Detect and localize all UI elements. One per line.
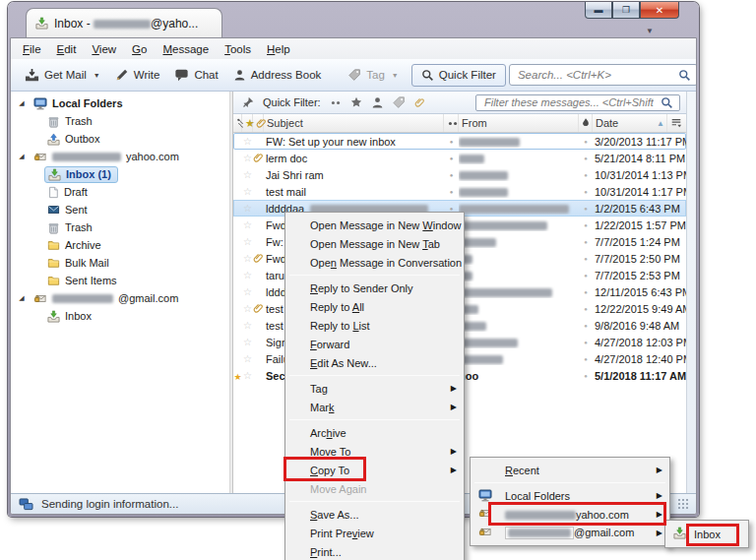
junk-indicator[interactable]: ● bbox=[579, 189, 593, 195]
column-picker-icon[interactable] bbox=[667, 114, 686, 132]
menu-item-forward[interactable]: Forward bbox=[286, 335, 463, 353]
column-junk[interactable] bbox=[579, 114, 593, 132]
close-button[interactable]: ✕ bbox=[640, 2, 679, 19]
chevron-down-icon[interactable]: ▼ bbox=[94, 72, 100, 79]
junk-indicator[interactable]: ● bbox=[579, 139, 593, 145]
minimize-button[interactable]: ▬ bbox=[585, 2, 612, 19]
message-row[interactable]: ☆FW: Set up your new inbox●●3/20/2013 11… bbox=[233, 133, 686, 150]
junk-indicator[interactable]: ● bbox=[579, 373, 593, 379]
maximize-button[interactable]: ❐ bbox=[612, 2, 640, 19]
junk-indicator[interactable]: ● bbox=[579, 256, 593, 262]
column-thread[interactable] bbox=[233, 114, 242, 132]
search-input[interactable] bbox=[516, 68, 673, 82]
star-icon[interactable]: ☆ bbox=[242, 203, 253, 214]
star-icon[interactable]: ☆ bbox=[242, 286, 253, 297]
junk-indicator[interactable]: ● bbox=[579, 273, 593, 279]
global-search-box[interactable] bbox=[509, 64, 697, 86]
star-icon[interactable]: ☆ bbox=[242, 270, 253, 280]
star-icon[interactable]: ☆ bbox=[242, 253, 253, 264]
menu-item-reply-to-list[interactable]: Reply to List bbox=[286, 316, 463, 335]
folder-item-draft[interactable]: Draft bbox=[11, 183, 229, 201]
folder-item-outbox[interactable]: Outbox bbox=[11, 130, 229, 148]
star-icon[interactable]: ☆ bbox=[242, 219, 253, 230]
junk-indicator[interactable]: ● bbox=[579, 323, 593, 329]
write-button[interactable]: Write bbox=[109, 64, 166, 86]
menu-item-mark[interactable]: Mark▶ bbox=[286, 398, 463, 416]
folder-item-yahoo-com[interactable]: ◢yahoo.com bbox=[11, 148, 229, 165]
column-from[interactable]: From bbox=[459, 114, 579, 132]
junk-indicator[interactable]: ● bbox=[579, 222, 593, 228]
unread-indicator[interactable]: ● bbox=[444, 156, 459, 161]
menu-item-open-message-in-new-window[interactable]: Open Message in New Window bbox=[286, 216, 463, 234]
vertical-scrollbar[interactable] bbox=[686, 92, 696, 493]
junk-indicator[interactable]: ● bbox=[579, 356, 593, 362]
message-row[interactable]: ☆Jai Shri ram●●10/31/2014 1:13 PM bbox=[233, 166, 686, 183]
junk-indicator[interactable]: ● bbox=[579, 340, 593, 345]
folder-item-archive[interactable]: Archive bbox=[11, 236, 229, 254]
star-icon[interactable]: ☆ bbox=[242, 353, 253, 364]
menubar-item-file[interactable]: File bbox=[15, 40, 49, 58]
sort-ascending-icon[interactable]: ▲ bbox=[654, 114, 667, 132]
menu-item-print-preview[interactable]: Print Preview bbox=[286, 524, 463, 542]
unread-indicator[interactable]: ● bbox=[444, 189, 459, 195]
unread-indicator[interactable]: ● bbox=[444, 172, 459, 178]
menu-item-save-as[interactable]: Save As... bbox=[286, 505, 463, 524]
column-attachment[interactable] bbox=[253, 114, 264, 132]
search-icon[interactable] bbox=[661, 96, 673, 109]
folder-item-sent-items[interactable]: Sent Items bbox=[11, 272, 229, 289]
star-icon[interactable]: ☆ bbox=[242, 320, 253, 331]
tag-icon[interactable] bbox=[393, 96, 406, 109]
resize-grip[interactable] bbox=[678, 499, 688, 509]
star-icon[interactable]: ☆ bbox=[242, 236, 253, 247]
unread-indicator[interactable]: ● bbox=[444, 139, 459, 145]
person-icon[interactable] bbox=[371, 96, 384, 109]
folder-item-inbox[interactable]: Inbox bbox=[11, 307, 229, 325]
folder-item-inbox-1[interactable]: Inbox (1) bbox=[11, 165, 229, 183]
message-row[interactable]: ☆test mail●●10/31/2014 1:17 PM bbox=[233, 183, 686, 200]
search-icon[interactable] bbox=[678, 69, 691, 82]
menubar-item-tools[interactable]: Tools bbox=[217, 40, 259, 58]
column-unread[interactable] bbox=[444, 114, 459, 132]
filter-messages-box[interactable] bbox=[475, 94, 680, 111]
menu-item-tag[interactable]: Tag▶ bbox=[286, 379, 463, 398]
unread-indicator[interactable]: ● bbox=[444, 206, 459, 212]
star-icon[interactable]: ☆ bbox=[242, 186, 253, 197]
folder-item-gmail-com[interactable]: ◢@gmail.com bbox=[11, 289, 229, 307]
star-icon[interactable]: ☆ bbox=[242, 136, 253, 147]
folder-item-local-folders[interactable]: ◢Local Folders bbox=[11, 94, 229, 112]
menubar-item-view[interactable]: View bbox=[84, 40, 124, 58]
menu-item-gmail-com[interactable]: @gmail.com▶ bbox=[472, 524, 668, 542]
column-subject[interactable]: Subject bbox=[264, 114, 444, 132]
unread-dots-icon[interactable] bbox=[330, 99, 342, 106]
get-mail-button[interactable]: Get Mail ▼ bbox=[19, 64, 106, 87]
pin-icon[interactable] bbox=[242, 96, 254, 108]
folder-item-trash[interactable]: Trash bbox=[11, 112, 229, 130]
junk-indicator[interactable]: ● bbox=[579, 156, 593, 161]
tag-button[interactable]: Tag ▼ bbox=[343, 65, 404, 86]
folder-item-sent[interactable]: Sent bbox=[11, 201, 229, 218]
folder-item-trash[interactable]: Trash bbox=[11, 218, 229, 236]
quick-filter-button[interactable]: Quick Filter bbox=[411, 64, 506, 87]
menu-item-reply-to-all[interactable]: Reply to All bbox=[286, 297, 463, 316]
titlebar-caret-icon[interactable]: ▼ bbox=[646, 27, 654, 35]
menu-item-archive[interactable]: Archive bbox=[286, 423, 463, 442]
junk-indicator[interactable]: ● bbox=[579, 239, 593, 245]
junk-indicator[interactable]: ● bbox=[579, 306, 593, 312]
menu-item-edit-as-new[interactable]: Edit As New... bbox=[286, 353, 463, 372]
menu-item-open-message-in-new-tab[interactable]: Open Message in New Tab bbox=[286, 234, 463, 253]
star-icon[interactable]: ☆ bbox=[242, 303, 253, 314]
junk-indicator[interactable]: ● bbox=[579, 289, 593, 295]
menubar-item-message[interactable]: Message bbox=[155, 40, 217, 58]
menu-item-open-message-in-conversation[interactable]: Open Message in Conversation bbox=[286, 253, 463, 272]
star-icon[interactable] bbox=[350, 96, 362, 108]
star-icon[interactable]: ☆ bbox=[242, 337, 253, 347]
address-book-button[interactable]: Address Book bbox=[227, 65, 328, 86]
twisty-expanded-icon[interactable]: ◢ bbox=[17, 153, 27, 160]
twisty-expanded-icon[interactable]: ◢ bbox=[17, 99, 27, 107]
message-row[interactable]: ☆lerm doc●●5/21/2014 8:11 PM bbox=[233, 150, 686, 166]
filter-messages-input[interactable] bbox=[482, 95, 656, 109]
chat-button[interactable]: Chat bbox=[168, 64, 223, 86]
menu-item-print[interactable]: Print... bbox=[286, 542, 463, 560]
window-tab[interactable]: Inbox - @yaho... bbox=[26, 8, 222, 37]
menubar-item-help[interactable]: Help bbox=[259, 40, 298, 58]
